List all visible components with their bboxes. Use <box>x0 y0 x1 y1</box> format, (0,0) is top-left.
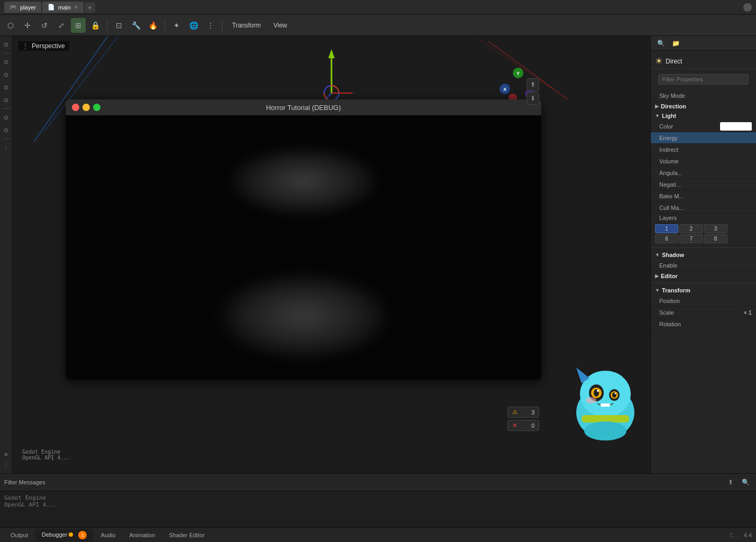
layer-8[interactable]: 8 <box>704 234 727 243</box>
shadow-section-header[interactable]: ▼ Shadow <box>651 250 756 260</box>
viewport[interactable]: Perspective Y X <box>13 36 650 473</box>
lock-button[interactable]: 🔒 <box>88 18 103 33</box>
filter-container <box>651 69 756 90</box>
move-tool-button[interactable]: ✛ <box>20 18 35 33</box>
position-label: Position <box>659 298 752 304</box>
light-label: Light <box>662 113 676 119</box>
energy-row: Energy <box>651 132 756 144</box>
warning-notification[interactable]: ⚠ 3 <box>508 407 539 418</box>
fire-button[interactable]: 🔥 <box>145 18 160 33</box>
log-area: Godot Engine OpenGL API 4... <box>0 491 756 511</box>
rotate-tool-button[interactable]: ↺ <box>37 18 52 33</box>
transform-tool-button[interactable]: ⊞ <box>71 18 86 33</box>
tab-shader-editor[interactable]: Shader Editor <box>163 530 211 540</box>
svg-point-22 <box>597 390 599 392</box>
game-maximize-button[interactable] <box>93 104 100 111</box>
game-content <box>66 115 541 380</box>
layers-grid: 1 2 3 6 7 8 <box>651 222 756 245</box>
game-minimize-button[interactable] <box>82 104 90 111</box>
tab-main[interactable]: 📄 main ✕ <box>42 2 84 13</box>
layer-7[interactable]: 7 <box>679 234 703 243</box>
layer-6[interactable]: 6 <box>655 234 678 243</box>
bottom-icon-2[interactable]: 🔍 <box>739 476 752 489</box>
filter-input[interactable] <box>658 74 749 85</box>
transform-menu[interactable]: Transform <box>227 20 266 31</box>
toolbar-separator-3 <box>222 19 223 32</box>
tab-animation[interactable]: Animation <box>123 530 162 540</box>
editor-section-header[interactable]: ▶ Editor <box>651 271 756 281</box>
title-bar: 🎮 player 📄 main ✕ + <box>0 0 756 15</box>
layer-1[interactable]: 1 <box>655 224 678 233</box>
viewport-label[interactable]: Perspective <box>18 41 69 51</box>
layer-3[interactable]: 3 <box>704 224 727 233</box>
maximize-button[interactable] <box>743 3 752 12</box>
sidebar-btn-5[interactable]: ⊙ <box>1 95 12 105</box>
sidebar-btn-layers[interactable]: ≡ <box>1 449 12 460</box>
debugger-tab-label: Debugger <box>42 531 67 538</box>
svg-point-26 <box>615 393 616 394</box>
inspector-icon-1[interactable]: 🔍 <box>655 38 667 49</box>
sidebar-btn-1[interactable]: ⊙ <box>1 39 12 50</box>
svg-text:X: X <box>503 87 506 92</box>
svg-point-31 <box>584 421 626 440</box>
sidebar-btn-3[interactable]: ⊙ <box>1 69 12 80</box>
inspector-content: ☀ Direct Sky Mode ▶ Direction ▼ Light <box>651 51 756 473</box>
inspector-icon-2[interactable]: 📁 <box>670 38 681 49</box>
scale-tool-button[interactable]: ⤢ <box>54 18 69 33</box>
tab-player[interactable]: 🎮 player <box>4 2 41 13</box>
error-notification[interactable]: ✕ 0 <box>508 420 539 431</box>
svg-text:Y: Y <box>517 71 520 76</box>
sky-mode-label: Sky Mode <box>659 93 752 99</box>
rotation-label-row: Rotation <box>651 318 756 330</box>
light-section-header[interactable]: ▼ Light <box>651 111 756 121</box>
scale-value: × 1 <box>743 309 752 316</box>
angular-row: Angula... <box>651 167 756 179</box>
sidebar-btn-dots[interactable]: ⋮ <box>1 142 12 153</box>
svg-marker-5 <box>328 49 335 58</box>
sidebar-btn-4[interactable]: ⊙ <box>1 82 12 93</box>
window-controls <box>743 3 752 12</box>
sidebar-btn-more[interactable]: ⋮ <box>1 460 12 470</box>
sidebar-btn-7[interactable]: ⊙ <box>1 125 12 135</box>
color-swatch[interactable] <box>720 122 752 131</box>
transform-label: Transform <box>662 287 690 293</box>
transform-section-header[interactable]: ▼ Transform <box>651 286 756 295</box>
enable-label: Enable <box>659 262 752 269</box>
tab-debugger[interactable]: Debugger 1 <box>35 529 93 541</box>
warning-icon: ⚠ <box>512 409 518 416</box>
particle-button[interactable]: ✦ <box>169 18 184 33</box>
snap-button[interactable]: 🔧 <box>128 18 143 33</box>
enable-row: Enable <box>651 260 756 271</box>
game-window: Horror Tutorial (DEBUG) <box>66 99 541 380</box>
viewport-mode-text: Perspective <box>32 42 65 50</box>
direction-section-header[interactable]: ▶ Direction <box>651 102 756 111</box>
direction-label: Direction <box>661 103 686 109</box>
viewport-ctrl-2[interactable]: ⬇ <box>527 92 539 105</box>
tab-audio[interactable]: Audio <box>94 530 122 540</box>
layer-2[interactable]: 2 <box>679 224 703 233</box>
view-menu[interactable]: View <box>268 20 292 31</box>
more-button[interactable]: ⋮ <box>203 18 218 33</box>
game-traffic-lights <box>72 104 100 111</box>
toolbar-separator-2 <box>164 19 165 32</box>
volume-label: Volume <box>659 158 752 164</box>
add-tab-button[interactable]: + <box>85 2 95 13</box>
tab-output[interactable]: Output <box>4 530 34 540</box>
eye-glow-upper <box>229 147 377 216</box>
sidebar-btn-2[interactable]: ⊙ <box>1 57 12 67</box>
viewport-ctrl-1[interactable]: ⬆ <box>527 78 539 91</box>
game-close-button[interactable] <box>72 104 79 111</box>
toolbar-separator-1 <box>107 19 107 32</box>
log-line-1: Godot Engine <box>22 449 70 455</box>
bottom-icon-1[interactable]: ⬆ <box>724 476 737 489</box>
fps-indicator: C... <box>730 532 739 538</box>
toolbar: ⬡ ✛ ↺ ⤢ ⊞ 🔒 ⊡ 🔧 🔥 ✦ 🌐 ⋮ Transform View <box>0 15 756 36</box>
debug-dot <box>69 532 73 537</box>
editor-arrow: ▶ <box>655 273 659 279</box>
scale-row: Scale × 1 <box>651 307 756 318</box>
sidebar-btn-6[interactable]: ⊙ <box>1 112 12 123</box>
globe-button[interactable]: 🌐 <box>186 18 201 33</box>
group-button[interactable]: ⊡ <box>112 18 126 33</box>
tab-close-main[interactable]: ✕ <box>74 4 78 10</box>
select-tool-button[interactable]: ⬡ <box>3 18 18 33</box>
